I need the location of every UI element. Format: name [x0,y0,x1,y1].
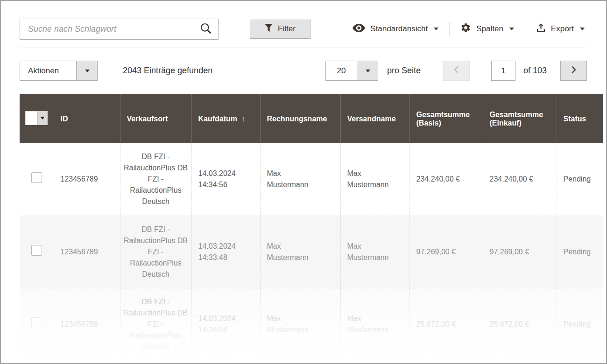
cell-rechnungsname: Max Mustermann [260,288,340,360]
columns-control[interactable]: Spalten [450,22,525,35]
view-switcher[interactable]: Standardansicht [342,24,449,35]
cell-rechnungsname: Max Mustermann [260,143,340,216]
column-header-kaufdatum[interactable]: Kaufdatum↑ [191,94,260,143]
grid-toolbar: Filter Standardansicht [20,18,587,40]
cell-versandname: Max Mustermann [340,216,409,288]
eye-icon [353,24,365,35]
column-header-status[interactable]: Status [557,94,603,143]
column-header-id[interactable]: ID [54,94,120,143]
grid-view-tools: Standardansicht Spalten [342,18,587,40]
cell-versandname: Max Mustermann [340,288,409,360]
column-header-versandname[interactable]: Versandname [340,94,409,143]
cell-verkaufsort: DB FZI - RailauctionPlus DB FZI - Railau… [120,216,191,288]
cell-kaufdatum: 14.03.2024 14:26:58 [191,288,260,360]
cell-status: Pending [557,216,603,288]
cell-gesamtsumme-einkauf: 97.269,00 € [483,216,557,288]
cell-gesamtsumme-einkauf: 234.240,00 € [483,143,557,216]
export-control[interactable]: Export [525,23,587,35]
chevron-right-icon [571,66,576,76]
column-header-rechnungsname[interactable]: Rechnungsname [260,94,340,143]
table-row[interactable]: 123456789 DB FZI - RailauctionPlus DB FZ… [20,143,603,216]
cell-gesamtsumme-einkauf: 25.872,00 € [483,288,557,360]
cell-kaufdatum: 14.03.2024 14:33:48 [191,216,260,288]
columns-label: Spalten [476,24,503,34]
view-switcher-label: Standardansicht [370,24,428,34]
per-page-select: 20 [325,61,378,81]
table-row[interactable]: 123456789 DB FZI - RailauctionPlus DB FZ… [20,288,603,360]
select-all-header [20,94,54,143]
filter-label: Filter [278,24,296,34]
filter-button[interactable]: Filter [250,20,311,39]
row-checkbox[interactable] [31,317,42,328]
gear-icon [460,22,471,35]
next-page-button[interactable] [560,61,587,81]
cell-id: 123456789 [54,143,120,216]
select-all-checkbox[interactable] [26,112,37,125]
mass-actions-caret-button[interactable] [76,61,97,80]
sort-ascending-icon: ↑ [241,115,245,123]
search-input[interactable] [20,19,194,39]
previous-page-button[interactable] [443,61,470,81]
chevron-down-icon [434,28,438,30]
select-all-dropdown-button[interactable] [37,112,47,125]
pagination: 20 pro Seite of 103 [325,61,587,81]
current-page-input[interactable] [491,61,515,81]
grid-actions-bar: Aktionen 2043 Einträge gefunden 20 pro S… [20,61,587,81]
search-button[interactable] [194,19,218,39]
mass-actions-label: Aktionen [28,66,59,76]
cell-kaufdatum: 14.03.2024 14:34:56 [191,143,260,216]
cell-gesamtsumme-basis: 25.872,00 € [409,288,483,360]
cell-status: Pending [557,288,603,360]
row-checkbox[interactable] [31,245,42,256]
keyword-search [20,19,219,40]
cell-verkaufsort: DB FZI - RailauctionPlus DB FZI - Railau… [120,288,191,360]
cell-id: 123456789 [54,216,120,288]
cell-status: Pending [557,143,603,216]
search-icon [200,22,212,36]
cell-gesamtsumme-basis: 97.269,00 € [409,216,483,288]
per-page-value[interactable]: 20 [326,61,357,80]
select-all-control[interactable] [25,111,48,125]
row-checkbox[interactable] [31,172,42,183]
cell-rechnungsname: Max Mustermann [260,216,340,288]
per-page-caret-button[interactable] [357,61,378,80]
export-icon [536,23,546,35]
chevron-down-icon [509,28,514,30]
chevron-down-icon [580,28,585,30]
filter-funnel-icon [265,24,273,34]
cell-id: 123456789 [54,288,120,360]
column-header-verkaufsort[interactable]: Verkaufsort [120,94,191,143]
mass-actions-button[interactable]: Aktionen [20,61,76,80]
chevron-left-icon [454,66,459,76]
mass-actions-select: Aktionen [20,61,98,81]
column-header-gesamtsumme-basis[interactable]: Gesamtsumme (Basis) [409,94,483,143]
cell-gesamtsumme-basis: 234.240,00 € [409,143,483,216]
cell-versandname: Max Mustermann [340,143,409,216]
total-pages-label: of 103 [523,66,547,76]
chevron-down-icon [85,70,90,72]
export-label: Export [551,24,574,34]
grid-header-row: ID Verkaufsort Kaufdatum↑ Rechnungsname … [20,94,603,143]
chevron-down-icon [366,70,370,72]
table-row[interactable]: 123456789 DB FZI - RailauctionPlus DB FZ… [20,216,603,288]
admin-grid-page: Filter Standardansicht [1,1,606,361]
column-header-gesamtsumme-einkauf[interactable]: Gesamtsumme (Einkauf) [483,94,557,143]
cell-verkaufsort: DB FZI - RailauctionPlus DB FZI - Railau… [120,143,191,216]
orders-grid: ID Verkaufsort Kaufdatum↑ Rechnungsname … [20,94,603,361]
per-page-label: pro Seite [387,66,421,76]
records-count: 2043 Einträge gefunden [123,66,212,76]
toolbar-separator [20,48,587,48]
chevron-down-icon [40,117,45,119]
